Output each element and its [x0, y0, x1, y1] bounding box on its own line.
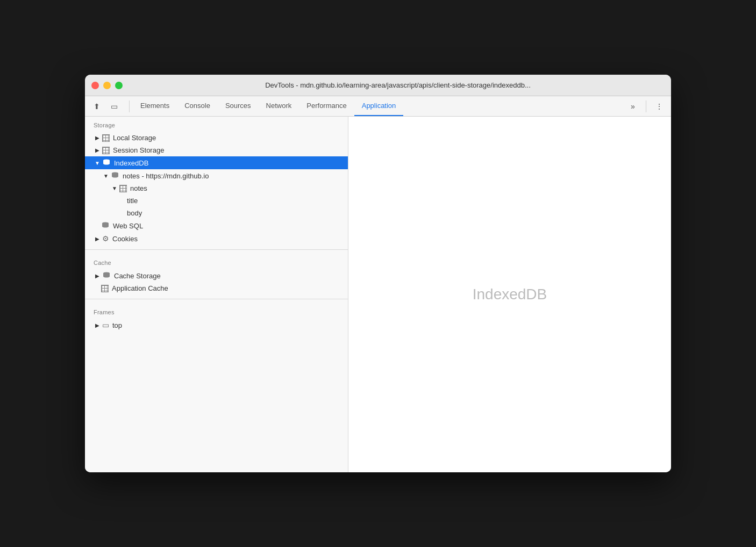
sidebar-item-indexed-db[interactable]: IndexedDB: [85, 156, 348, 169]
tab-bar: Elements Console Sources Network Perform…: [133, 96, 625, 116]
indexed-db-label: IndexedDB: [114, 159, 148, 167]
expand-arrow-frames-top: [94, 321, 101, 329]
tab-elements[interactable]: Elements: [133, 96, 177, 116]
notes-db-icon: [111, 171, 119, 180]
tab-application[interactable]: Application: [354, 96, 404, 116]
divider-1: [85, 249, 348, 250]
svg-point-20: [102, 226, 109, 228]
notes-db-label: notes - https://mdn.github.io: [123, 172, 209, 180]
cache-storage-icon: [102, 271, 111, 280]
sidebar-item-notes-db[interactable]: notes - https://mdn.github.io: [85, 169, 348, 182]
sidebar-item-body-index[interactable]: body: [85, 207, 348, 219]
cursor-icon: ⬆: [94, 102, 100, 111]
main-panel: IndexedDB: [348, 117, 671, 472]
toolbar-divider: [129, 100, 130, 112]
sidebar-item-cookies[interactable]: ⚙ Cookies: [85, 232, 348, 245]
sidebar-item-notes-store[interactable]: notes: [85, 182, 348, 195]
local-storage-label: Local Storage: [113, 134, 156, 142]
device-icon: ▭: [111, 102, 118, 111]
cookies-label: Cookies: [112, 235, 138, 243]
menu-icon: ⋮: [655, 102, 663, 111]
web-sql-icon: [101, 221, 110, 230]
tab-network[interactable]: Network: [259, 96, 299, 116]
indexed-db-icon: [102, 159, 111, 167]
devtools-menu-button[interactable]: ⋮: [652, 99, 667, 114]
sidebar: Storage Local Storage Session Storage: [85, 117, 348, 472]
more-tabs-button[interactable]: »: [625, 99, 640, 114]
session-storage-label: Session Storage: [113, 146, 164, 154]
toolbar-divider-2: [646, 100, 646, 112]
expand-arrow-notes-store: [111, 185, 118, 192]
title-index-label: title: [127, 197, 138, 205]
frames-top-label: top: [112, 321, 122, 329]
sidebar-item-title-index[interactable]: title: [85, 195, 348, 207]
devtools-window: DevTools - mdn.github.io/learning-area/j…: [85, 75, 671, 472]
more-icon: »: [631, 102, 635, 111]
main-panel-empty-text: IndexedDB: [473, 286, 547, 303]
close-button[interactable]: [91, 82, 99, 89]
sidebar-item-frames-top[interactable]: ▭ top: [85, 319, 348, 332]
application-cache-icon: [101, 285, 109, 292]
toolbar: ⬆ ▭ Elements Console Sources Network Per…: [85, 96, 671, 117]
window-title: DevTools - mdn.github.io/learning-area/j…: [131, 81, 665, 89]
tab-performance[interactable]: Performance: [299, 96, 354, 116]
sidebar-item-application-cache[interactable]: Application Cache: [85, 282, 348, 294]
expand-arrow-session-storage: [94, 147, 101, 154]
select-element-button[interactable]: ⬆: [89, 99, 104, 114]
tab-sources[interactable]: Sources: [218, 96, 259, 116]
storage-section-header: Storage: [85, 117, 348, 132]
body-index-label: body: [127, 209, 142, 217]
tab-console[interactable]: Console: [177, 96, 218, 116]
expand-arrow-indexed-db: [94, 159, 101, 167]
sidebar-item-cache-storage[interactable]: Cache Storage: [85, 269, 348, 282]
main-area: Storage Local Storage Session Storage: [85, 117, 671, 472]
notes-store-icon: [119, 185, 127, 192]
cache-section-header: Cache: [85, 254, 348, 269]
divider-2: [85, 299, 348, 299]
expand-arrow-cache-storage: [94, 272, 101, 279]
frame-icon: ▭: [102, 321, 109, 329]
maximize-button[interactable]: [115, 82, 123, 89]
notes-store-label: notes: [130, 184, 147, 192]
toolbar-more: » ⋮: [625, 99, 667, 114]
web-sql-label: Web SQL: [113, 222, 143, 230]
session-storage-icon: [102, 147, 110, 154]
expand-arrow-notes-db: [102, 172, 110, 179]
application-cache-label: Application Cache: [112, 284, 168, 292]
frames-section-header: Frames: [85, 304, 348, 319]
sidebar-item-session-storage[interactable]: Session Storage: [85, 144, 348, 156]
sidebar-item-web-sql[interactable]: Web SQL: [85, 219, 348, 232]
local-storage-icon: [102, 134, 110, 142]
svg-point-13: [112, 176, 118, 178]
minimize-button[interactable]: [103, 82, 111, 89]
svg-point-6: [103, 163, 110, 165]
traffic-lights: [91, 82, 123, 89]
expand-arrow-local-storage: [94, 134, 101, 142]
cookies-icon: ⚙: [102, 234, 109, 243]
titlebar: DevTools - mdn.github.io/learning-area/j…: [85, 75, 671, 96]
toolbar-icons: ⬆ ▭: [89, 99, 122, 114]
device-toolbar-button[interactable]: ▭: [106, 99, 122, 114]
cache-storage-label: Cache Storage: [114, 272, 161, 280]
expand-arrow-cookies: [94, 235, 101, 242]
svg-point-27: [103, 276, 110, 278]
sidebar-item-local-storage[interactable]: Local Storage: [85, 132, 348, 144]
